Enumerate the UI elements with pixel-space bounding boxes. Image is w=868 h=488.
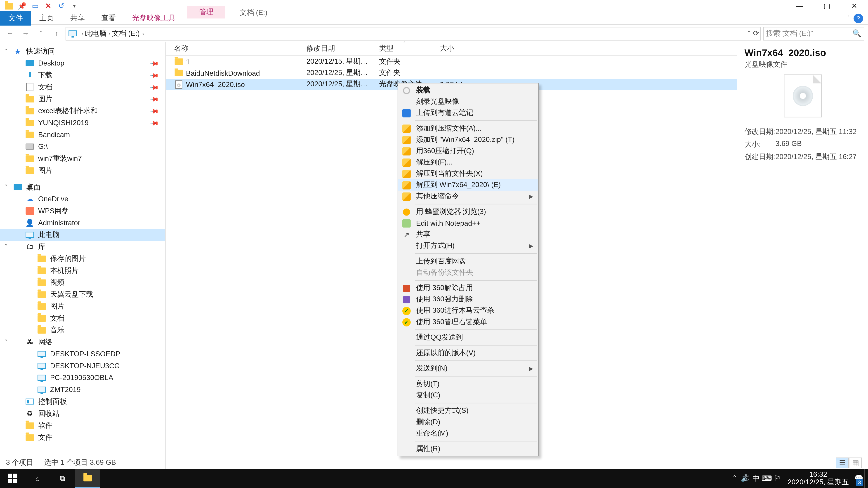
- address-bar[interactable]: › 此电脑› 文档 (E:)› ˅ ⟳: [66, 26, 761, 40]
- menu-item[interactable]: 添加到 "Win7x64_2020.zip" (T): [398, 134, 538, 145]
- nav-up-button[interactable]: ↑: [50, 27, 63, 40]
- show-desktop-button[interactable]: [864, 469, 868, 488]
- menu-item[interactable]: 剪切(T): [398, 378, 538, 390]
- menu-item[interactable]: Edit with Notepad++: [398, 218, 538, 229]
- sidebar-item[interactable]: G:\: [0, 140, 165, 153]
- sidebar-item[interactable]: 图片📌: [0, 93, 165, 105]
- security-icon[interactable]: ⚐: [772, 469, 783, 488]
- view-details-button[interactable]: ☰: [836, 457, 849, 468]
- menu-item[interactable]: 重命名(M): [398, 428, 538, 439]
- menu-item[interactable]: ↗共享: [398, 229, 538, 240]
- view-icons-button[interactable]: ▦: [849, 457, 862, 468]
- qat-dropdown-icon[interactable]: ▾: [69, 1, 80, 11]
- sidebar-item[interactable]: 此电脑: [0, 229, 165, 241]
- column-date[interactable]: 修改日期: [298, 43, 371, 54]
- menu-item[interactable]: 装载: [398, 85, 538, 96]
- menu-item[interactable]: 解压到(F)...: [398, 157, 538, 168]
- qat-pin-icon[interactable]: 📌: [17, 1, 27, 11]
- sidebar-quick-access[interactable]: ˅ ★ 快速访问: [0, 45, 165, 57]
- chevron-icon[interactable]: ˅: [5, 184, 8, 190]
- help-button[interactable]: ?: [854, 13, 863, 23]
- search-icon[interactable]: 🔍: [852, 29, 862, 37]
- ribbon-expand-icon[interactable]: ˄: [847, 15, 850, 22]
- sidebar-item[interactable]: YUNQISHI2019📌: [0, 117, 165, 129]
- menu-item[interactable]: 创建快捷方式(S): [398, 405, 538, 416]
- nav-recent-dropdown[interactable]: ˅: [35, 27, 48, 40]
- column-name[interactable]: 名称: [166, 43, 298, 54]
- maximize-button[interactable]: ▢: [813, 0, 840, 12]
- column-size[interactable]: 大小: [432, 43, 479, 54]
- breadcrumb-this-pc[interactable]: 此电脑: [85, 28, 106, 38]
- menu-item[interactable]: 打开方式(H)▶: [398, 240, 538, 252]
- menu-item[interactable]: ✓使用 360进行木马云查杀: [398, 305, 538, 316]
- menu-item[interactable]: 复制(C): [398, 390, 538, 401]
- menu-item[interactable]: 用360压缩打开(Q): [398, 145, 538, 157]
- sidebar-item[interactable]: ☁OneDrive: [0, 193, 165, 205]
- chevron-right-icon[interactable]: ›: [82, 30, 84, 37]
- minimize-button[interactable]: —: [786, 0, 813, 12]
- task-view-button[interactable]: ⧉: [50, 469, 75, 488]
- file-row[interactable]: BaiduNetdiskDownload2020/12/25, 星期五 1...…: [166, 67, 737, 78]
- nav-forward-button[interactable]: →: [19, 27, 32, 40]
- sidebar-item[interactable]: 图片: [0, 300, 165, 312]
- sidebar-item[interactable]: WPS网盘: [0, 205, 165, 217]
- sidebar-item[interactable]: DESKTOP-NJEU3CG: [0, 360, 165, 372]
- file-row[interactable]: 12020/12/15, 星期二 1...文件夹: [166, 56, 737, 67]
- menu-item[interactable]: 属性(R): [398, 443, 538, 455]
- chevron-right-icon[interactable]: ›: [142, 30, 144, 37]
- sidebar-item[interactable]: DESKTOP-LSSOEDP: [0, 348, 165, 360]
- sidebar-item[interactable]: PC-20190530OBLA: [0, 372, 165, 384]
- sidebar-item[interactable]: 👤Administrator: [0, 217, 165, 229]
- sidebar-item[interactable]: win7重装win7: [0, 153, 165, 164]
- sidebar-item[interactable]: 天翼云盘下载: [0, 288, 165, 300]
- volume-icon[interactable]: 🔊: [740, 469, 750, 488]
- qat-delete-icon[interactable]: ✕: [43, 1, 54, 11]
- sidebar-item[interactable]: ˅🖧网络: [0, 336, 165, 348]
- column-type[interactable]: 类型: [371, 43, 432, 54]
- sidebar-item[interactable]: 控制面板: [0, 396, 165, 408]
- nav-back-button[interactable]: ←: [4, 27, 17, 40]
- chevron-down-icon[interactable]: ˅: [5, 48, 8, 54]
- menu-item[interactable]: 上传到有道云笔记: [398, 107, 538, 119]
- menu-item[interactable]: 使用 360解除占用: [398, 283, 538, 294]
- sidebar-item[interactable]: 音乐: [0, 324, 165, 336]
- chevron-right-icon[interactable]: ›: [109, 30, 111, 37]
- sidebar-item[interactable]: 图片: [0, 164, 165, 176]
- sidebar-item[interactable]: ♻回收站: [0, 408, 165, 420]
- sidebar-item[interactable]: ˅🗂库: [0, 240, 165, 253]
- chevron-icon[interactable]: ˅: [5, 339, 8, 345]
- taskbar-search-button[interactable]: ⌕: [25, 469, 50, 488]
- ime-indicator[interactable]: 中: [751, 469, 761, 488]
- ribbon-tab-file[interactable]: 文件: [0, 11, 31, 26]
- taskbar-clock[interactable]: 16:32 2020/12/25, 星期五: [783, 470, 854, 486]
- menu-item[interactable]: 删除(D): [398, 416, 538, 428]
- search-box[interactable]: 搜索"文档 (E:)" 🔍: [763, 26, 864, 40]
- sidebar-item[interactable]: ˅桌面: [0, 181, 165, 193]
- menu-item[interactable]: 添加到压缩文件(A)...: [398, 123, 538, 134]
- sidebar-item[interactable]: ZMT2019: [0, 384, 165, 396]
- sidebar-item[interactable]: Desktop📌: [0, 57, 165, 69]
- sidebar-item[interactable]: Bandicam: [0, 129, 165, 141]
- menu-item[interactable]: 上传到百度网盘: [398, 256, 538, 267]
- sidebar-item[interactable]: 文档📌: [0, 81, 165, 93]
- refresh-icon[interactable]: ⟳: [753, 29, 759, 37]
- menu-item[interactable]: 解压到当前文件夹(X): [398, 168, 538, 180]
- menu-item[interactable]: 发送到(N)▶: [398, 363, 538, 374]
- menu-item[interactable]: 其他压缩命令▶: [398, 191, 538, 202]
- qat-checked-icon[interactable]: ▭: [30, 1, 40, 11]
- sidebar-item[interactable]: 文档: [0, 312, 165, 324]
- sidebar-item[interactable]: excel表格制作求和📌: [0, 105, 165, 117]
- ribbon-tab-view[interactable]: 查看: [93, 11, 124, 26]
- menu-item[interactable]: 刻录光盘映像: [398, 96, 538, 107]
- sidebar-item[interactable]: ⬇下载📌: [0, 69, 165, 81]
- menu-item[interactable]: 通过QQ发送到: [398, 332, 538, 343]
- start-button[interactable]: [0, 469, 25, 488]
- sidebar-item[interactable]: 视频: [0, 276, 165, 289]
- ime-icon[interactable]: ⌨: [761, 469, 772, 488]
- address-dropdown-icon[interactable]: ˅: [747, 30, 750, 37]
- ribbon-tab-home[interactable]: 主页: [31, 11, 62, 26]
- ribbon-tab-disc-tools[interactable]: 光盘映像工具: [124, 11, 184, 26]
- menu-item[interactable]: 解压到 Win7x64_2020\ (E): [398, 180, 538, 191]
- chevron-icon[interactable]: ˅: [5, 244, 8, 250]
- taskbar-explorer-button[interactable]: [75, 469, 100, 488]
